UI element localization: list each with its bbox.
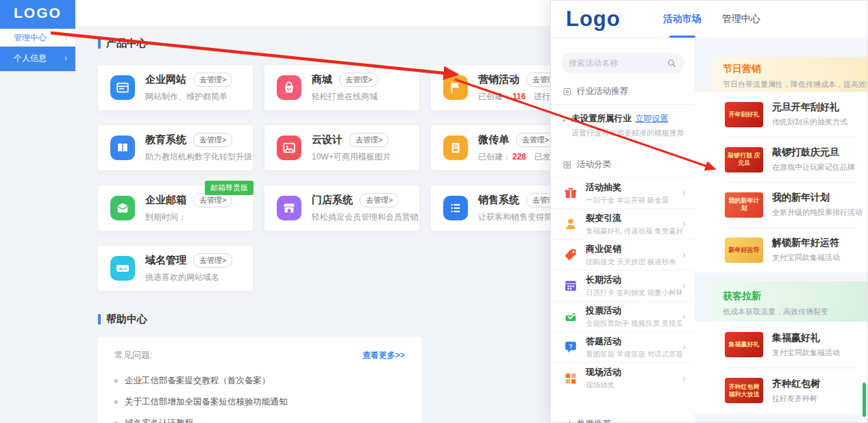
activity-item-red-packet-tree[interactable]: 齐种红包树 福利大放送 齐种红包树 拉好友齐种树 bbox=[695, 368, 867, 413]
activity-thumbnail: 齐种红包树 福利大放送 bbox=[725, 378, 763, 403]
search-icon bbox=[667, 58, 677, 68]
category-item-quiz[interactable]: ? 答题活动 看图答题 常规答题 对话式答题 › bbox=[551, 332, 695, 363]
grid-icon bbox=[563, 371, 578, 386]
manage-button[interactable]: 去管理> bbox=[339, 73, 378, 87]
activity-item-scratch-card[interactable]: 开年刮好礼 元旦开年刮好礼 传统刮刮乐的抽奖方式 bbox=[695, 92, 867, 137]
vote-icon bbox=[563, 309, 578, 324]
panel-left-column: 行业活动推荐 未设置所属行业立即设置 设置行业可给你更精准的模板推荐 活动分类 bbox=[551, 39, 695, 422]
website-icon bbox=[110, 75, 135, 100]
category-item-long-term[interactable]: 长期活动 日历打卡 签到抽奖 能量小树林 › bbox=[551, 270, 695, 301]
category-list: 活动抽奖 一刮千金 幸运开箱 砸金蛋 › 裂变引流 集福赢好礼 传递祝福 集赞赢… bbox=[551, 177, 695, 394]
product-card-store-system[interactable]: 门店系统 去管理> 轻松搞定会员管理和会员营销 bbox=[264, 185, 419, 231]
view-more-link[interactable]: 查看更多>> bbox=[362, 350, 405, 361]
sidebar-item-admin-center[interactable]: 管理中心 › bbox=[0, 29, 75, 47]
customer-acquisition-banner: 获客拉新 低成本获取流量，高效传播裂变 bbox=[712, 281, 867, 322]
created-count: 228 bbox=[512, 152, 526, 162]
category-item-lottery[interactable]: 活动抽奖 一刮千金 幸运开箱 砸金蛋 › bbox=[551, 178, 695, 209]
activity-search-box[interactable] bbox=[561, 53, 684, 73]
category-item-fission[interactable]: 裂变引流 集福赢好礼 传递祝福 集赞赢好礼 › bbox=[551, 209, 695, 240]
festival-activity-list: 开年刮好礼 元旦开年刮好礼 传统刮刮乐的抽奖方式 敲锣打鼓 庆元旦 敲锣打鼓庆元… bbox=[695, 92, 867, 272]
product-subtitle: 轻松打造在线商城 bbox=[312, 91, 378, 103]
category-item-promotion[interactable]: 商业促销 团购接龙 天天拼团 极速秒杀 › bbox=[551, 240, 695, 270]
chevron-right-icon: › bbox=[682, 279, 686, 292]
activity-market-panel: Logo 活动市场 管理中心 行业活动推荐 bbox=[550, 0, 868, 423]
chevron-right-icon: › bbox=[682, 218, 686, 230]
manage-button[interactable]: 去管理> bbox=[193, 133, 232, 147]
activity-thumbnail: 新年好运符 bbox=[725, 238, 763, 263]
product-grid: 企业网站 去管理> 网站制作、维护都简单 商城 去管理> 轻松打造在线商城 bbox=[98, 65, 587, 291]
manage-button[interactable]: 去管理> bbox=[193, 253, 232, 268]
product-title: 商城 bbox=[312, 73, 332, 86]
bullet-icon bbox=[114, 400, 118, 404]
panel-header: Logo 活动市场 管理中心 bbox=[551, 1, 867, 38]
user-icon bbox=[563, 216, 578, 231]
section-title-product-center: 产品中心 bbox=[98, 37, 587, 50]
sidebar-item-label: 管理中心 bbox=[14, 32, 47, 44]
sales-icon bbox=[443, 196, 468, 220]
product-card-education-system[interactable]: 教育系统 去管理> 助力教培机构数字化转型升级 bbox=[98, 125, 253, 170]
education-icon bbox=[110, 136, 135, 160]
title-bar-decoration bbox=[98, 314, 101, 324]
product-subtitle: 挑选喜欢的网站域名 bbox=[145, 272, 232, 283]
manage-button[interactable]: 去管理> bbox=[193, 73, 232, 87]
chevron-right-icon: › bbox=[64, 53, 67, 63]
product-title: 微传单 bbox=[478, 133, 509, 146]
buildings-icon bbox=[562, 113, 565, 127]
product-card-enterprise-website[interactable]: 企业网站 去管理> 网站制作、维护都简单 bbox=[98, 65, 253, 110]
tab-admin-center[interactable]: 管理中心 bbox=[721, 1, 762, 38]
chevron-right-icon: › bbox=[682, 310, 686, 322]
set-industry-link[interactable]: 立即设置 bbox=[636, 114, 669, 123]
manage-button[interactable]: 去管理> bbox=[360, 193, 399, 207]
industry-setup-item: 未设置所属行业立即设置 设置行业可给你更精准的模板推荐 bbox=[562, 113, 684, 138]
question-icon: ? bbox=[563, 339, 578, 355]
hot-recommend-label: 热度推荐 bbox=[562, 418, 695, 423]
sidebar-item-personal-info[interactable]: 个人信息 › bbox=[0, 49, 75, 67]
acquisition-activity-list: 集福赢好礼 集福赢好礼 支付宝同款集福活动 齐种红包树 福利大放送 齐种红包树 … bbox=[695, 322, 867, 413]
product-card-cloud-design[interactable]: 云设计 去管理> 10W+可商用模板图片 bbox=[264, 125, 419, 170]
product-title: 企业邮箱 bbox=[145, 194, 186, 207]
grid-outline-icon bbox=[562, 160, 572, 170]
activity-thumbnail: 敲锣打鼓 庆元旦 bbox=[725, 147, 763, 172]
activity-item-collect-fu[interactable]: 集福赢好礼 集福赢好礼 支付宝同款集福活动 bbox=[695, 322, 867, 368]
sidebar: LOGO 管理中心 › 个人信息 › bbox=[0, 0, 75, 71]
activity-item-gong-drum[interactable]: 敲锣打鼓 庆元旦 敲锣打鼓庆元旦 在游戏中让玩家记住品牌 bbox=[695, 137, 867, 182]
banner-subtitle: 低成本获取流量，高效传播裂变 bbox=[723, 307, 867, 317]
faq-item[interactable]: 企业工信部备案提交教程（首次备案） bbox=[114, 375, 405, 387]
industry-section-header: 行业活动推荐 bbox=[562, 86, 695, 97]
faq-item[interactable]: 域名实名认证教程 bbox=[114, 418, 405, 423]
manage-button[interactable]: 去管理> bbox=[193, 193, 232, 207]
product-subtitle: 10W+可商用模板图片 bbox=[312, 151, 391, 163]
tag-icon bbox=[563, 247, 578, 262]
chevron-right-icon: › bbox=[682, 187, 686, 199]
calendar-icon bbox=[563, 278, 578, 293]
banner-title: 节日营销 bbox=[723, 63, 867, 75]
product-title: 销售系统 bbox=[478, 194, 519, 207]
product-card-domain-management[interactable]: w.= 域名管理 去管理> 挑选喜欢的网站域名 bbox=[98, 246, 253, 291]
activity-item-new-year-plan[interactable]: 我的新年计划 我的新年计划 全新升级的纯投票排行活动 bbox=[695, 182, 867, 227]
search-input[interactable] bbox=[569, 58, 667, 68]
svg-text:?: ? bbox=[569, 342, 573, 350]
activity-item-lucky-charm[interactable]: 新年好运符 解锁新年好运符 支付宝同款集福活动 bbox=[695, 227, 867, 272]
manage-button[interactable]: 去管理> bbox=[349, 133, 388, 147]
manage-button[interactable]: 去管理> bbox=[516, 133, 555, 147]
category-item-voting[interactable]: 投票活动 全能投票助手 视频投票 竞猜瓜分 › bbox=[551, 301, 695, 332]
help-card: 常见问题: 查看更多>> 企业工信部备案提交教程（首次备案） 关于工信部增加全国… bbox=[98, 337, 421, 423]
categories-header: 活动分类 bbox=[562, 159, 695, 170]
product-card-enterprise-mailbox[interactable]: 邮箱尊贵版 企业邮箱 去管理> 到期时间： bbox=[98, 185, 253, 231]
product-card-mall[interactable]: 商城 去管理> 轻松打造在线商城 bbox=[264, 65, 419, 110]
scrollbar-thumb[interactable] bbox=[863, 383, 866, 417]
banner-subtitle: 节日自带流量属性，降低传播成本，提高效率 bbox=[723, 79, 867, 90]
category-item-onsite[interactable]: 现场活动 现场抽奖 › bbox=[551, 363, 695, 394]
product-title: 云设计 bbox=[312, 133, 343, 146]
shop-bag-icon bbox=[277, 75, 301, 100]
chevron-right-icon: › bbox=[682, 248, 686, 261]
product-subtitle: 网站制作、维护都简单 bbox=[145, 91, 232, 103]
domain-icon: w.= bbox=[110, 256, 135, 281]
premium-badge: 邮箱尊贵版 bbox=[205, 181, 253, 195]
tab-activity-market[interactable]: 活动市场 bbox=[662, 1, 703, 38]
faq-item[interactable]: 关于工信部增加全国备案短信核验功能通知 bbox=[114, 396, 405, 408]
product-subtitle: 轻松搞定会员管理和会员营销 bbox=[312, 212, 419, 223]
gift-icon bbox=[563, 185, 578, 201]
product-title: 域名管理 bbox=[145, 254, 186, 267]
page: LOGO 管理中心 › 个人信息 › 产品中心 企业网站 去管理> bbox=[0, 0, 868, 423]
